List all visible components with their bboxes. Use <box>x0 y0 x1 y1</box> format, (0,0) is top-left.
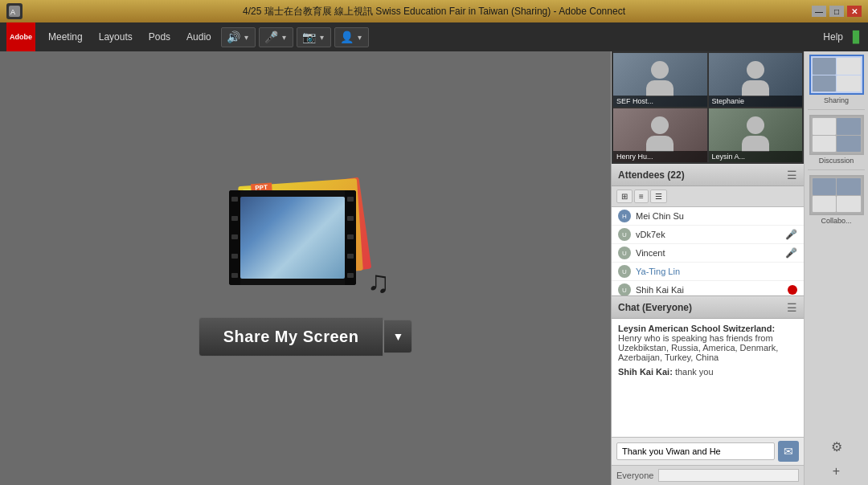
content-area: PDF PPT <box>0 51 611 485</box>
signal-icon: ▊ <box>853 31 862 43</box>
menu-layouts[interactable]: Layouts <box>92 28 139 46</box>
share-button-container: Share My Screen ▼ <box>199 317 413 357</box>
bottom-icons: ⚙ + <box>828 436 845 482</box>
cam-button[interactable]: 📷 ▾ <box>297 27 331 47</box>
attendee-name-4: Shih Kai Kai <box>636 285 783 295</box>
person-arrow[interactable]: ▾ <box>356 31 363 44</box>
cam-arrow[interactable]: ▾ <box>318 31 326 44</box>
attendees-panel: Attendees (22) ☰ ⊞ ≡ ☰ H Mei Chin Su U v… <box>612 164 804 296</box>
settings-icon[interactable]: ⚙ <box>828 436 845 458</box>
video-thumb-0[interactable]: SEF Host... <box>613 53 707 107</box>
film-graphic: PDF PPT <box>217 181 394 301</box>
chat-to-input[interactable] <box>658 469 799 482</box>
chat-input-area: ✉ <box>612 437 804 465</box>
chat-text-0: Henry who is speaking has friends from U… <box>618 333 778 362</box>
menu-bar: Adobe Meeting Layouts Pods Audio 🔊 ▾ 🎤 ▾… <box>0 22 868 51</box>
share-dropdown-button[interactable]: ▼ <box>383 320 412 353</box>
chat-messages: Leysin American School Switzerland: Henr… <box>612 319 804 437</box>
attendee-name-1: vDk7ek <box>636 230 780 239</box>
attendee-name-2: Vincent <box>636 248 780 258</box>
title-bar: A 4/25 瑞士在台教育展 線上視訊 Swiss Education Fair… <box>0 0 868 22</box>
video-label-2: Henry Hu... <box>613 151 707 162</box>
chat-send-button[interactable]: ✉ <box>778 441 799 462</box>
attendee-indicator-4 <box>788 285 797 295</box>
chat-menu-icon[interactable]: ☰ <box>787 301 797 314</box>
speaker-arrow[interactable]: ▾ <box>243 31 250 44</box>
chat-footer: Everyone <box>612 465 804 485</box>
layout-thumb-collaboration <box>809 175 864 215</box>
attendee-item-1[interactable]: U vDk7ek 🎤 <box>612 226 804 244</box>
chat-text-1: thank you <box>675 367 714 377</box>
window-title: 4/25 瑞士在台教育展 線上視訊 Swiss Education Fair i… <box>243 5 625 18</box>
share-my-screen-button[interactable]: Share My Screen <box>199 317 384 357</box>
attendee-controls: ⊞ ≡ ☰ <box>612 186 804 207</box>
attendee-icon-4: U <box>618 283 631 295</box>
menu-meeting[interactable]: Meeting <box>42 28 89 46</box>
attendee-item-4[interactable]: U Shih Kai Kai <box>612 281 804 295</box>
attendees-title: Attendees (22) <box>618 169 685 181</box>
video-label-1: Stephanie <box>709 96 803 107</box>
right-panel: SEF Host... Stephanie He <box>611 51 804 485</box>
layout-item-sharing[interactable]: Sharing <box>809 55 864 104</box>
video-thumb-3[interactable]: Leysin A... <box>709 108 803 162</box>
video-thumb-2[interactable]: Henry Hu... <box>613 108 707 162</box>
menu-audio[interactable]: Audio <box>180 28 218 46</box>
close-button[interactable]: ✕ <box>847 6 862 17</box>
chat-panel: Chat (Everyone) ☰ Leysin American School… <box>612 296 804 485</box>
layout-separator-2 <box>808 169 865 170</box>
window-controls: — □ ✕ <box>812 6 862 17</box>
chat-title: Chat (Everyone) <box>618 302 692 313</box>
video-thumb-1[interactable]: Stephanie <box>709 53 803 107</box>
chat-message-1: Shih Kai Kai: thank you <box>618 367 797 377</box>
main-area: PDF PPT <box>0 51 868 485</box>
mic-icon: 🎤 <box>264 31 278 43</box>
chat-sender-0: Leysin American School Switzerland: <box>618 324 775 333</box>
attendee-item-3[interactable]: U Ya-Ting Lin <box>612 263 804 281</box>
attendee-item-2[interactable]: U Vincent 🎤 <box>612 244 804 263</box>
send-icon: ✉ <box>784 445 793 458</box>
speaker-icon: 🔊 <box>227 31 240 43</box>
attendees-header: Attendees (22) ☰ <box>612 164 804 186</box>
maximize-button[interactable]: □ <box>829 6 844 17</box>
speaker-button[interactable]: 🔊 ▾ <box>221 27 256 47</box>
person-button[interactable]: 👤 ▾ <box>334 27 369 47</box>
attendee-mic-2: 🎤 <box>785 247 797 259</box>
layouts-panel: Sharing Discussion Collabo... <box>804 51 868 485</box>
cam-icon: 📷 <box>302 31 316 43</box>
attendee-icon-2: U <box>618 247 631 259</box>
add-icon[interactable]: + <box>829 461 843 482</box>
layout-label-collaboration: Collabo... <box>809 217 864 225</box>
video-area: SEF Host... Stephanie He <box>612 51 804 164</box>
app-icon: A <box>6 3 23 19</box>
menu-pods[interactable]: Pods <box>142 28 177 46</box>
share-graphic: PDF PPT <box>199 181 413 357</box>
person-icon: 👤 <box>340 31 354 43</box>
minimize-button[interactable]: — <box>812 6 826 17</box>
chat-header: Chat (Everyone) ☰ <box>612 296 804 319</box>
help-button[interactable]: Help <box>817 28 850 46</box>
layout-item-discussion[interactable]: Discussion <box>809 115 864 165</box>
mic-button[interactable]: 🎤 ▾ <box>259 27 293 47</box>
layout-item-collaboration[interactable]: Collabo... <box>809 175 864 225</box>
attendee-list: H Mei Chin Su U vDk7ek 🎤 U Vincent 🎤 <box>612 207 804 295</box>
attendee-item-0[interactable]: H Mei Chin Su <box>612 207 804 226</box>
attendee-view-grid[interactable]: ⊞ <box>616 190 633 203</box>
mic-arrow[interactable]: ▾ <box>280 31 288 44</box>
chat-sender-1: Shih Kai Kai: <box>618 367 673 377</box>
video-label-0: SEF Host... <box>613 96 707 107</box>
video-label-3: Leysin A... <box>709 151 803 162</box>
attendee-icon-0: H <box>618 210 631 222</box>
attendee-name-0: Mei Chin Su <box>636 211 797 221</box>
attendee-icon-1: U <box>618 228 631 241</box>
attendees-menu-icon[interactable]: ☰ <box>787 169 797 181</box>
attendee-view-detail[interactable]: ☰ <box>650 190 667 203</box>
layout-thumb-sharing <box>809 55 864 95</box>
chat-input[interactable] <box>616 442 775 460</box>
chat-message-0: Leysin American School Switzerland: Henr… <box>618 324 797 362</box>
attendee-view-list[interactable]: ≡ <box>634 190 649 203</box>
layout-separator-1 <box>808 109 865 110</box>
svg-text:A: A <box>10 8 15 16</box>
chat-to-label: Everyone <box>616 471 653 480</box>
attendee-mic-1: 🎤 <box>785 229 797 240</box>
adobe-logo: Adobe <box>6 22 35 51</box>
